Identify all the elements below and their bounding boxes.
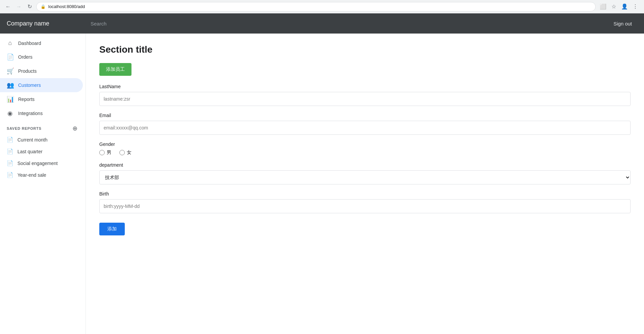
birth-label: Birth (99, 191, 631, 197)
sign-out-button[interactable]: Sign out (608, 18, 637, 29)
sidebar-item-label: Integrations (18, 111, 43, 116)
report-label: Social engagement (17, 161, 58, 166)
app-title: Company name (7, 20, 91, 27)
saved-reports-label: Saved Reports (7, 126, 42, 130)
sidebar-item-products[interactable]: 🛒 Products (0, 64, 83, 78)
sidebar-item-orders[interactable]: 📄 Orders (0, 50, 83, 64)
profile-button[interactable]: 👤 (620, 2, 629, 11)
report-icon: 📄 (7, 160, 13, 166)
sidebar: ⌂ Dashboard 📄 Orders 🛒 Products 👥 Custom… (0, 34, 86, 334)
report-label: Last quarter (17, 149, 43, 154)
address-bar[interactable]: 🔒 localhost:8080/add (36, 2, 596, 11)
report-icon: 📄 (7, 136, 13, 143)
gender-male-radio[interactable] (99, 150, 105, 155)
orders-icon: 📄 (7, 53, 13, 61)
browser-chrome: ← → ↻ 🔒 localhost:8080/add ⬜ ☆ 👤 ⋮ (0, 0, 644, 13)
lastname-input[interactable] (99, 92, 631, 106)
lastname-group: LastName (99, 84, 631, 106)
lastname-label: LastName (99, 84, 631, 89)
search-input[interactable] (91, 21, 608, 26)
menu-button[interactable]: ⋮ (631, 2, 640, 11)
gender-male-label: 男 (107, 150, 111, 156)
cast-button[interactable]: ⬜ (598, 2, 608, 11)
gender-female-option[interactable]: 女 (119, 150, 131, 156)
birth-group: Birth (99, 191, 631, 213)
birth-input[interactable] (99, 199, 631, 213)
gender-options: 男 女 (99, 150, 631, 156)
main-area: ⌂ Dashboard 📄 Orders 🛒 Products 👥 Custom… (0, 34, 644, 334)
saved-report-social-engagement[interactable]: 📄 Social engagement (0, 157, 86, 169)
url-text: localhost:8080/add (48, 4, 85, 9)
report-label: Current month (17, 137, 47, 143)
browser-actions: ⬜ ☆ 👤 ⋮ (598, 2, 640, 11)
dashboard-icon: ⌂ (7, 40, 13, 47)
email-input[interactable] (99, 121, 631, 135)
sidebar-item-dashboard[interactable]: ⌂ Dashboard (0, 36, 83, 50)
sidebar-item-label: Products (18, 68, 37, 74)
report-label: Year-end sale (17, 172, 46, 178)
sidebar-item-label: Customers (18, 82, 41, 88)
app-container: Company name Sign out ⌂ Dashboard 📄 Orde… (0, 13, 644, 334)
sidebar-item-reports[interactable]: 📊 Reports (0, 92, 83, 106)
page-content: Section title 添加员工 LastName Email Gender (86, 34, 644, 334)
email-group: Email (99, 113, 631, 135)
sidebar-item-integrations[interactable]: ◉ Integrations (0, 106, 83, 120)
gender-group: Gender 男 女 (99, 142, 631, 156)
department-select[interactable]: 技术部人事部财务部 (99, 170, 631, 184)
back-button[interactable]: ← (4, 3, 12, 11)
sidebar-item-label: Orders (18, 54, 33, 60)
sidebar-item-customers[interactable]: 👥 Customers (0, 78, 83, 92)
email-label: Email (99, 113, 631, 118)
page-title: Section title (99, 44, 631, 55)
lock-icon: 🔒 (41, 4, 46, 9)
submit-button[interactable]: 添加 (99, 223, 125, 235)
report-icon: 📄 (7, 148, 13, 155)
employee-form: LastName Email Gender 男 (99, 84, 631, 235)
refresh-button[interactable]: ↻ (25, 3, 34, 11)
gender-female-label: 女 (127, 150, 131, 156)
gender-female-radio[interactable] (119, 150, 125, 155)
top-navbar: Company name Sign out (0, 13, 644, 34)
sidebar-item-label: Dashboard (18, 41, 41, 46)
customers-icon: 👥 (7, 81, 13, 89)
gender-label: Gender (99, 142, 631, 147)
bookmark-button[interactable]: ☆ (609, 2, 619, 11)
saved-report-last-quarter[interactable]: 📄 Last quarter (0, 146, 86, 157)
report-icon: 📄 (7, 172, 13, 178)
saved-report-current-month[interactable]: 📄 Current month (0, 134, 86, 146)
sidebar-item-label: Reports (18, 97, 35, 102)
add-employee-button[interactable]: 添加员工 (99, 63, 131, 76)
integrations-icon: ◉ (7, 110, 13, 117)
saved-reports-header: Saved Reports ⊕ (0, 120, 86, 134)
department-label: department (99, 162, 631, 168)
reports-icon: 📊 (7, 96, 13, 103)
gender-male-option[interactable]: 男 (99, 150, 111, 156)
department-group: department 技术部人事部财务部 (99, 162, 631, 184)
saved-report-year-end-sale[interactable]: 📄 Year-end sale (0, 169, 86, 181)
forward-button[interactable]: → (15, 3, 23, 11)
add-report-button[interactable]: ⊕ (71, 124, 79, 132)
products-icon: 🛒 (7, 67, 13, 75)
